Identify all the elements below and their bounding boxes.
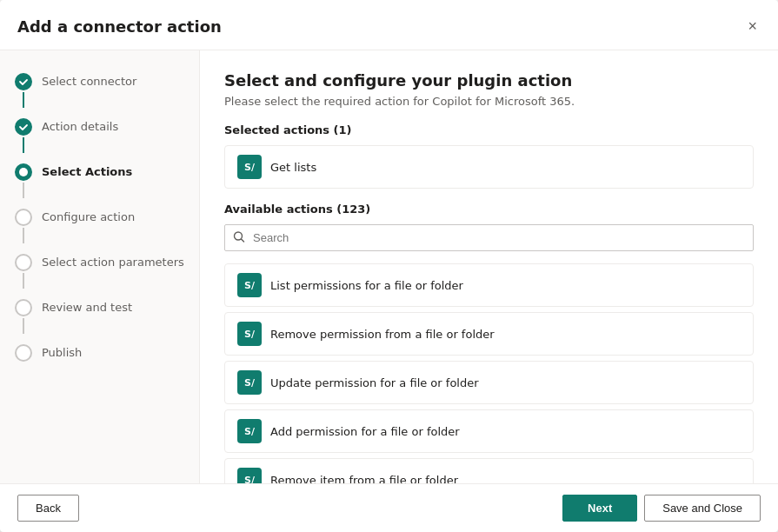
action-icon-0: S/ [237, 273, 262, 297]
selected-action-item: S/ Get lists [224, 145, 754, 189]
sidebar-item-select-action-parameters: Select action parameters [0, 249, 199, 294]
next-button[interactable]: Next [562, 495, 637, 522]
action-icon-4: S/ [237, 468, 262, 483]
action-label-1: Remove permission from a file or folder [270, 328, 495, 341]
modal-footer: Back Next Save and Close [0, 483, 778, 532]
sidebar-item-publish: Publish [0, 339, 199, 367]
step-circle-select-action-parameters [15, 254, 32, 271]
step-circle-review-and-test [15, 299, 32, 316]
action-row[interactable]: S/ List permissions for a file or folder [224, 263, 754, 307]
search-input[interactable] [224, 224, 754, 251]
action-row[interactable]: S/ Remove permission from a file or fold… [224, 312, 754, 356]
available-actions-list: S/ List permissions for a file or folder… [224, 263, 754, 483]
selected-actions-label: Selected actions (1) [224, 123, 754, 136]
action-label-2: Update permission for a file or folder [270, 376, 479, 389]
content-subtitle: Please select the required action for Co… [224, 95, 754, 108]
close-button[interactable]: × [744, 14, 761, 39]
sidebar-item-select-actions: Select Actions [0, 158, 199, 203]
search-icon [233, 230, 245, 245]
sidebar: Select connector Action details [0, 50, 200, 483]
sidebar-item-configure-action: Configure action [0, 203, 199, 249]
step-label-action-details: Action details [42, 118, 118, 135]
selected-action-label: Get lists [270, 161, 316, 174]
action-row[interactable]: S/ Remove item from a file or folder [224, 458, 754, 483]
available-actions-label: Available actions (123) [224, 203, 754, 216]
footer-right: Next Save and Close [562, 495, 761, 522]
action-label-4: Remove item from a file or folder [270, 474, 458, 484]
content-title: Select and configure your plugin action [224, 71, 754, 90]
action-row[interactable]: S/ Update permission for a file or folde… [224, 361, 754, 404]
selected-action-icon: S/ [237, 155, 262, 179]
scrollable-content: Available actions (123) S/ L [224, 203, 754, 483]
step-label-publish: Publish [42, 344, 82, 361]
action-row[interactable]: S/ Add permission for a file or folder [224, 409, 754, 453]
step-label-select-action-parameters: Select action parameters [42, 254, 184, 270]
action-icon-2: S/ [237, 370, 262, 395]
step-label-configure-action: Configure action [42, 209, 135, 225]
modal-title: Add a connector action [17, 17, 222, 36]
modal-header: Add a connector action × [0, 0, 778, 50]
save-close-button[interactable]: Save and Close [644, 495, 761, 522]
modal-body: Select connector Action details [0, 50, 778, 483]
step-label-select-connector: Select connector [42, 73, 136, 90]
step-circle-publish [15, 344, 32, 362]
add-connector-action-modal: Add a connector action × Select connecto… [0, 0, 778, 532]
search-wrap [224, 224, 754, 251]
action-label-3: Add permission for a file or folder [270, 425, 460, 438]
sidebar-item-action-details: Action details [0, 113, 199, 158]
step-label-select-actions: Select Actions [42, 163, 132, 180]
action-label-0: List permissions for a file or folder [270, 279, 463, 292]
step-circle-select-connector [15, 73, 32, 90]
step-circle-configure-action [15, 209, 32, 226]
step-label-review-and-test: Review and test [42, 299, 132, 316]
sidebar-item-review-and-test: Review and test [0, 294, 199, 339]
action-icon-1: S/ [237, 322, 262, 346]
back-button[interactable]: Back [17, 495, 79, 522]
step-circle-action-details [15, 118, 32, 136]
step-circle-select-actions [15, 163, 32, 181]
action-icon-3: S/ [237, 419, 262, 443]
sidebar-item-select-connector: Select connector [0, 68, 199, 113]
main-content: Select and configure your plugin action … [200, 50, 778, 483]
